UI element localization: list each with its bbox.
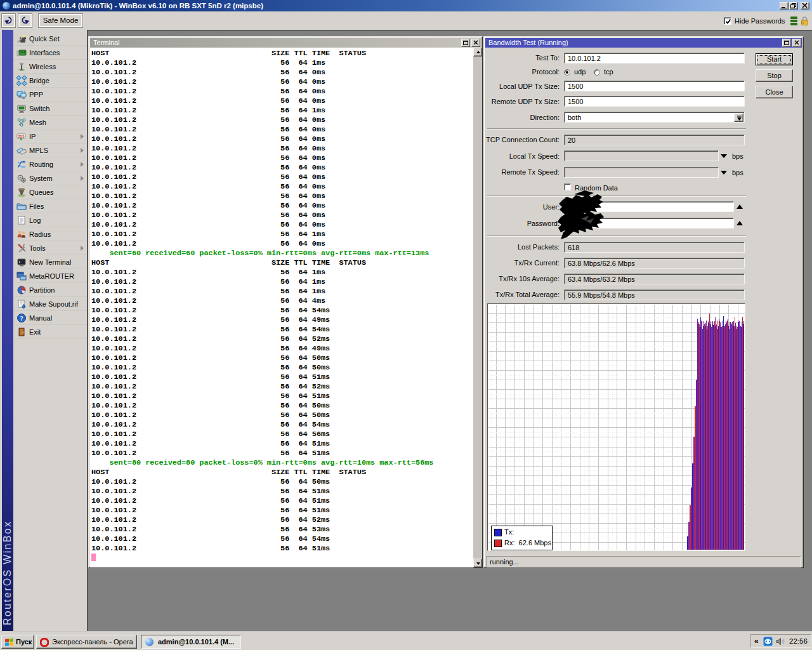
svg-text:255: 255 — [18, 135, 25, 138]
svg-text:?: ? — [20, 315, 23, 322]
